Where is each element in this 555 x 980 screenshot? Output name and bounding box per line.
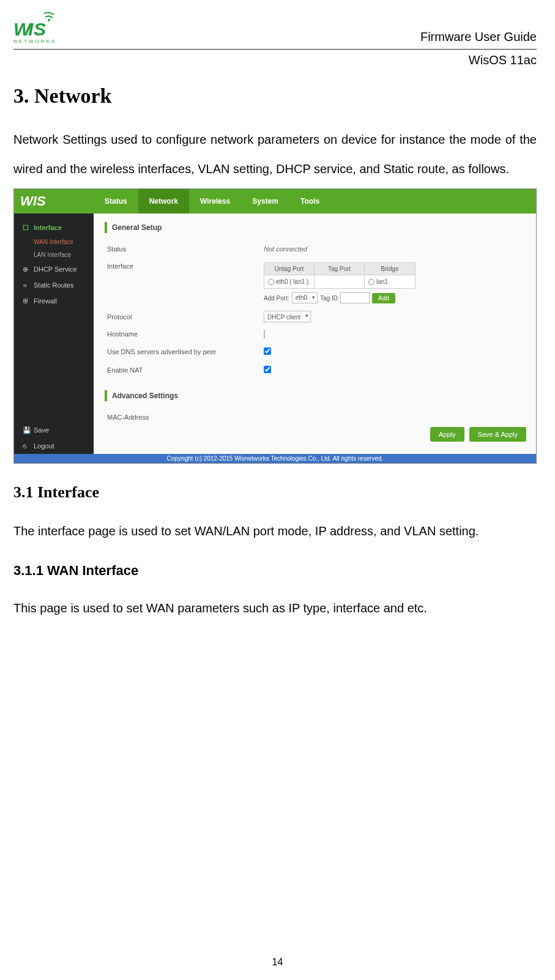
protocol-select[interactable]: DHCP client [264, 311, 311, 322]
svg-text:I: I [28, 19, 34, 39]
radio-icon [368, 279, 374, 285]
add-button[interactable]: Add [372, 293, 395, 303]
addport-label: Add Port: [264, 295, 289, 302]
sidebar-logout[interactable]: ⎋ Logout [14, 438, 94, 454]
header-rule [13, 49, 537, 50]
row-dns: Use DNS servers advertised by peer [105, 343, 525, 361]
row-nat: Enable NAT [105, 361, 525, 379]
row-mac: MAC-Address [105, 409, 525, 426]
nav-system[interactable]: System [241, 189, 289, 213]
os-name: WisOS 11ac [13, 53, 537, 67]
page-number: 14 [0, 957, 555, 968]
sidebar-item-label: Save [34, 426, 49, 434]
sidebar-item-label: Logout [34, 442, 54, 450]
wis-logo: W I S NETWORKS [13, 10, 56, 44]
hostname-label: Hostname [105, 330, 264, 338]
logout-icon: ⎋ [23, 442, 30, 450]
app-logo: WIS [14, 193, 94, 209]
main-panel: General Setup Status Not connected Inter… [94, 213, 536, 454]
addport-select[interactable]: eth0 [292, 292, 318, 303]
port-header-tag: Tag Port [315, 263, 365, 275]
copyright-footer: Copyright (c) 2012-2015 Wisnetworks Tech… [14, 454, 536, 463]
embedded-screenshot: WIS Status Network Wireless System Tools… [13, 188, 537, 464]
port-table: Untag Port Tag Port Bridge eth0 ( lan1 )… [264, 262, 415, 289]
row-interface: Interface Untag Port Tag Port Bridge eth… [105, 258, 525, 308]
port-cell-tag[interactable] [315, 275, 365, 288]
topbar: WIS Status Network Wireless System Tools [14, 189, 536, 213]
port-cell-bridge[interactable]: lan1 [365, 275, 415, 288]
port-header-untag: Untag Port [264, 263, 315, 275]
status-label: Status [105, 245, 264, 253]
add-port-row: Add Port: eth0 Tag ID Add [264, 292, 415, 303]
nav-network[interactable]: Network [138, 189, 189, 213]
hostname-input[interactable] [264, 330, 265, 338]
sidebar-item-label: Static Routes [34, 281, 73, 289]
doc-title: Firmware User Guide [420, 30, 537, 44]
sidebar-item-label: Interface [34, 224, 62, 231]
tagid-label: Tag ID [320, 295, 338, 302]
sidebar-item-firewall[interactable]: ⛨ Firewall [14, 293, 94, 309]
mac-label: MAC-Address [105, 414, 264, 421]
protocol-label: Protocol [105, 313, 264, 321]
sidebar-item-dhcp[interactable]: ⊕ DHCP Service [14, 261, 94, 277]
sidebar-item-interface[interactable]: ☐ Interface [14, 220, 94, 236]
sidebar-item-label: Firewall [34, 297, 57, 305]
row-hostname: Hostname [105, 325, 525, 343]
sidebar-item-static-routes[interactable]: ∝ Static Routes [14, 277, 94, 293]
logo-subtext: NETWORKS [13, 39, 56, 44]
nav-tools[interactable]: Tools [289, 189, 330, 213]
dns-label: Use DNS servers advertised by peer [105, 348, 264, 355]
tagid-input[interactable] [340, 292, 370, 303]
nav-wireless[interactable]: Wireless [189, 189, 241, 213]
section-heading-wan-interface: 3.1.1 WAN Interface [13, 563, 537, 579]
interface-label: Interface [105, 262, 264, 270]
section-heading-network: 3. Network [13, 84, 537, 108]
nat-checkbox[interactable] [264, 366, 271, 373]
apply-button[interactable]: Apply [430, 427, 464, 442]
interface-paragraph: The interface page is used to set WAN/LA… [13, 516, 537, 546]
share-icon: ∝ [23, 281, 30, 289]
shield-icon: ⛨ [23, 297, 30, 305]
row-protocol: Protocol DHCP client [105, 308, 525, 325]
sidebar-sub-wan[interactable]: WAN Interface [14, 236, 94, 248]
sidebar-save[interactable]: 💾 Save [14, 422, 94, 438]
port-cell-untag[interactable]: eth0 ( lan1 ) [264, 275, 315, 288]
layers-icon: ☐ [23, 224, 30, 231]
nat-label: Enable NAT [105, 366, 264, 374]
wan-paragraph: This page is used to set WAN parameters … [13, 593, 537, 623]
doc-header: W I S NETWORKS Firmware User Guide [13, 10, 537, 46]
port-header-bridge: Bridge [365, 263, 415, 275]
section-heading-interface: 3.1 Interface [13, 483, 537, 502]
globe-icon: ⊕ [23, 265, 30, 273]
status-value: Not connected [264, 245, 525, 253]
sidebar: ☐ Interface WAN Interface LAN Interface … [14, 213, 94, 454]
general-setup-title: General Setup [105, 222, 525, 233]
intro-paragraph: Network Settings used to configure netwo… [13, 125, 537, 184]
sidebar-item-label: DHCP Service [34, 265, 77, 273]
save-apply-button[interactable]: Save & Apply [469, 427, 526, 442]
sidebar-sub-lan[interactable]: LAN Interface [14, 248, 94, 261]
radio-icon [268, 279, 274, 285]
svg-point-3 [48, 19, 50, 21]
action-buttons: Apply Save & Apply [430, 427, 526, 442]
dns-checkbox[interactable] [264, 347, 271, 355]
save-icon: 💾 [23, 426, 30, 434]
advanced-title: Advanced Settings [105, 390, 525, 401]
row-status: Status Not connected [105, 240, 525, 258]
top-nav: Status Network Wireless System Tools [94, 189, 330, 213]
svg-text:S: S [34, 19, 46, 39]
nav-status[interactable]: Status [94, 189, 138, 213]
